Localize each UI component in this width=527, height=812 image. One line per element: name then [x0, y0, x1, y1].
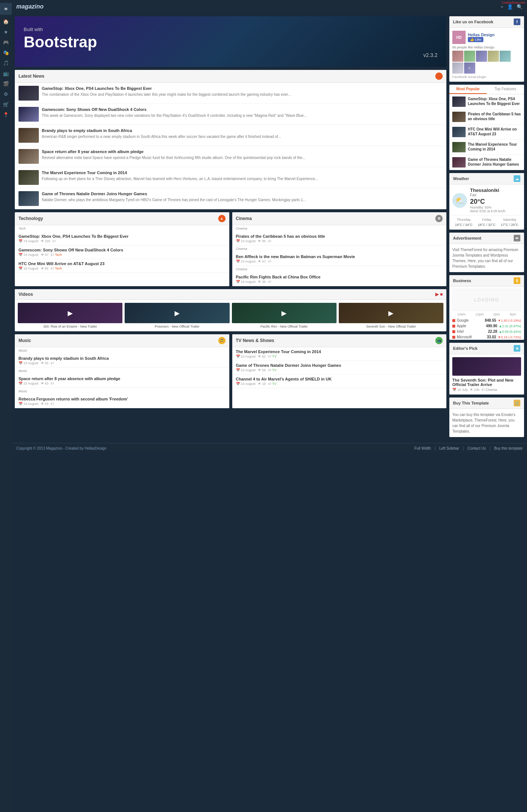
advertisement-body: Visit ThemeForest for amazing Premium Jo… [449, 244, 524, 272]
weather-days: Thursday 19°C / 34°C Friday 18°C / 32°C … [452, 215, 521, 227]
popular-item-3[interactable]: HTC One Mini Will Arrive on AT&T August … [449, 125, 524, 140]
weather-day-name-fri: Friday [475, 218, 498, 221]
music-section: Music 🎵 Music Brandy plays to empty stad… [15, 334, 229, 408]
footer: Copyright © 2013 Magazino - Created by H… [12, 443, 527, 453]
user-icon[interactable]: 👤 [507, 4, 513, 10]
popular-item-1[interactable]: GameStop: Xbox One, PS4 Launches To Be B… [449, 94, 524, 109]
music-item-1[interactable]: Brandy plays to empty stadium in South A… [15, 354, 229, 368]
news-item[interactable]: Gamescom: Sony Shows Off New DualShock 4… [15, 104, 446, 125]
footer-copyright: Copyright © 2013 Magazino - Created by H… [16, 446, 107, 450]
hero-built-with: Built with [24, 27, 438, 32]
cinema-title: Cinema [236, 216, 252, 221]
stock-price-intel: 22.28 [488, 329, 497, 334]
music-tv-row: Music 🎵 Music Brandy plays to empty stad… [15, 334, 446, 408]
music-item-meta-1: 📅 23 August 👁 55 🏷 [18, 361, 226, 365]
popular-item-4[interactable]: The Marvel Experience Tour Coming in 201… [449, 140, 524, 155]
sidebar-icon-film[interactable]: 🎬 [0, 78, 12, 89]
tv-views-1: 👁 62 [258, 355, 266, 358]
music-tag-2: 🏷 [51, 382, 54, 385]
cinema-item-2[interactable]: Ben Affleck is the new Batman in Batman … [232, 252, 447, 266]
sidebar-icon-shop[interactable]: 🛒 [0, 99, 12, 109]
footer-link-contactus[interactable]: Contact Us [467, 446, 486, 450]
sidebar-icon-drama[interactable]: 🎭 [0, 47, 12, 58]
weather-city: Thessaloniki [470, 187, 506, 193]
stock-change-microsoft: ▼0.24 (-0.72%) [498, 335, 521, 339]
music-item-3[interactable]: Rebecca Ferguson returns with second alb… [15, 395, 229, 408]
tv-item-3[interactable]: Channel 4 to Air Marvel's Agents of SHIE… [232, 375, 447, 388]
news-item[interactable]: The Marvel Experience Tour Coming in 201… [15, 167, 446, 188]
news-thumb-5 [18, 170, 39, 185]
fb-photo-2 [464, 51, 475, 62]
tv-tag-1: 🏷 TV [268, 355, 277, 358]
tab-most-popular[interactable]: Most Popular [449, 85, 487, 94]
music-cat-label-1: Music [15, 347, 229, 354]
video-item-1[interactable]: ▶ 300: Rise of an Empire - New Trailer [18, 303, 122, 328]
search-icon[interactable]: 🔍 [517, 4, 523, 10]
stock-price-microsoft: 33.02 [487, 335, 496, 339]
stock-change-google: ▼1.60 (-0.19%) [498, 319, 521, 322]
tech-item-title-3: HTC One Mini Will Arrive on AT&T August … [18, 261, 226, 266]
videos-controls-icon: ▶ ■ [435, 292, 443, 297]
sidebar-icon-games[interactable]: 🎮 [0, 37, 12, 47]
news-item[interactable]: Game of Thrones Natalie Dormer Joins Hun… [15, 188, 446, 209]
rss-icon: ▸ [435, 72, 443, 80]
tech-item-1[interactable]: GameStop: Xbox One, PS4 Launches To Be B… [15, 232, 229, 246]
footer-pipe-3: | [490, 446, 491, 450]
sidebar-icon-settings[interactable]: ⚙ [0, 89, 12, 99]
music-views-2: 👁 43 [41, 382, 49, 385]
news-item[interactable]: Brandy plays to empty stadium in South A… [15, 125, 446, 146]
sidebar-icon-music[interactable]: 🎵 [0, 58, 12, 68]
popular-item-5[interactable]: Game of Thrones Natalie Dormer Joins Hun… [449, 155, 524, 170]
business-title: Business [453, 278, 471, 283]
advertisement-text: Visit ThemeForest for amazing Premium Jo… [452, 248, 518, 268]
tech-item-3[interactable]: HTC One Mini Will Arrive on AT&T August … [15, 259, 229, 273]
cinema-item-3[interactable]: Pacific Rim Fights Back at China Box Off… [232, 273, 447, 286]
tech-tag-3: 🏷 Tech [51, 267, 62, 270]
tv-item-title-3: Channel 4 to Air Marvel's Agents of SHIE… [236, 377, 443, 381]
tech-badge-icon: ▲ [218, 215, 226, 222]
popular-item-2[interactable]: Pirates of the Caribbean 5 has an obviou… [449, 109, 524, 125]
footer-link-buytemplate[interactable]: Buy this template [494, 446, 523, 450]
chart-times: 10am 12pm 2pm 4pm [449, 312, 524, 318]
video-item-3[interactable]: ▶ Pacific Rim - New Official Trailer [232, 303, 337, 328]
weather-day-temps-sat: 17°C / 29°C [498, 223, 521, 227]
video-thumb-3: ▶ [232, 303, 337, 323]
tv-item-meta-3: 📅 23 August 👁 19 🏷 TV [236, 382, 443, 386]
stock-change-apple: ▲2.31 (0.47%) [499, 324, 521, 328]
footer-link-leftsidebar[interactable]: Left Sidebar [439, 446, 459, 450]
cinema-item-1[interactable]: Pirates of the Caribbean 5 has an obviou… [232, 232, 447, 246]
stock-apple: Apple 490.90 ▲2.31 (0.47%) [449, 323, 524, 329]
tech-item-2[interactable]: Gamescom: Sony Shows Off New DualShock 4… [15, 246, 229, 259]
tech-item-meta-3: 📅 19 August 👁 65 🏷 Tech [18, 267, 226, 270]
cinema-date-3: 📅 19 August [236, 280, 256, 284]
sidebar-icon-tv[interactable]: 📺 [0, 68, 12, 78]
music-cat-label-3: Music [15, 388, 229, 395]
weather-condition-icon: ⛅ [452, 193, 467, 208]
stock-name-google: Google [457, 318, 483, 322]
tech-cat-label: Tech [15, 225, 229, 232]
tv-item-1[interactable]: The Marvel Experience Tour Coming in 201… [232, 347, 447, 361]
tab-top-features[interactable]: Top Features [487, 85, 524, 94]
stock-microsoft: Microsoft 33.02 ▼0.24 (-0.72%) [449, 334, 524, 340]
music-item-2[interactable]: Space return after 8 year absence with a… [15, 374, 229, 388]
footer-link-fullwidth[interactable]: Full Width [415, 446, 431, 450]
tv-tag-2: 🏷 TV [268, 368, 277, 372]
music-tag-3: 🏷 [51, 402, 54, 406]
sidebar-icon-star[interactable]: ★ [0, 27, 12, 37]
popular-tabs: Most Popular Top Features [449, 85, 524, 94]
news-item[interactable]: Space return after 8 year absence with a… [15, 146, 446, 167]
editors-pick-item-title: The Seventh Son: Plot and New Official T… [452, 378, 521, 387]
videos-header: Videos ▶ ■ [15, 289, 446, 300]
video-item-4[interactable]: ▶ Seventh Son - New Official Trailer [339, 303, 443, 328]
cinema-section: Cinema ⚙ Cinema Pirates of the Caribbean… [232, 212, 447, 286]
fb-photo-1 [452, 51, 463, 62]
facebook-like-button[interactable]: 👍 Like [468, 37, 483, 42]
sidebar-icon-location[interactable]: 📍 [0, 109, 12, 120]
cinema-item-meta-3: 📅 19 August 👁 36 🏷 [236, 280, 443, 284]
video-item-2[interactable]: ▶ Prisoners - New Official Trailer [125, 303, 229, 328]
tv-item-2[interactable]: Game of Thrones Natalie Dormer Joins Hun… [232, 361, 447, 375]
news-item[interactable]: GameStop: Xbox One, PS4 Launches To Be B… [15, 83, 446, 104]
sidebar-icon-home[interactable]: 🏠 [0, 16, 12, 27]
cinema-views-2: 👁 47 [258, 260, 266, 263]
add-icon[interactable]: + [500, 4, 503, 10]
